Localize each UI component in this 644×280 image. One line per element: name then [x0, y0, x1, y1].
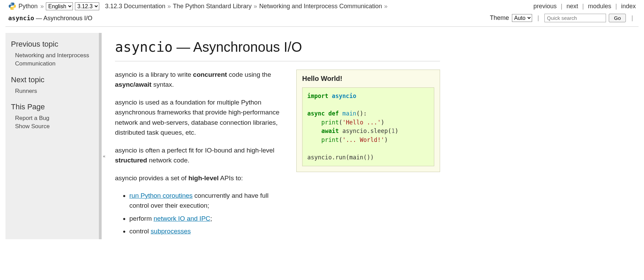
nav-index[interactable]: index: [621, 3, 636, 10]
paragraph: asyncio is often a perfect fit for IO-bo…: [115, 145, 287, 166]
this-page-heading: This Page: [11, 102, 96, 111]
nav-next[interactable]: next: [567, 3, 578, 10]
search-input[interactable]: [544, 14, 606, 22]
report-bug-link[interactable]: Report a Bug: [15, 114, 96, 122]
topic-title: Hello World!: [302, 75, 434, 83]
language-select[interactable]: English: [46, 2, 73, 10]
show-source-link[interactable]: Show Source: [15, 122, 96, 131]
theme-select[interactable]: Auto: [512, 14, 532, 22]
page-title: asyncio — Asynchronous I/O: [115, 39, 440, 55]
api-list: run Python coroutines concurrently and h…: [115, 191, 287, 236]
separator: »: [167, 3, 171, 10]
hello-world-box: Hello World! import asyncio async def ma…: [296, 70, 440, 172]
next-topic-link[interactable]: Runners: [15, 87, 96, 95]
separator: »: [254, 3, 257, 10]
breadcrumb-rest: — Asynchronous I/O: [34, 15, 92, 22]
sidebar-resize-handle[interactable]: [99, 33, 102, 239]
version-select[interactable]: 3.12.3: [75, 2, 99, 10]
network-io-link[interactable]: network IO and IPC: [154, 215, 210, 222]
subprocesses-link[interactable]: subprocesses: [151, 228, 191, 235]
top-nav: Python » English 3.12.3 3.12.3 Documenta…: [0, 0, 644, 12]
nav-previous[interactable]: previous: [533, 3, 557, 10]
secondary-nav: asyncio — Asynchronous I/O Theme Auto | …: [0, 12, 644, 26]
nav-modules[interactable]: modules: [588, 3, 611, 10]
search-go-button[interactable]: Go: [609, 14, 626, 22]
list-item: run Python coroutines concurrently and h…: [129, 191, 287, 211]
title-divider: [115, 61, 440, 61]
prev-topic-heading: Previous topic: [11, 40, 96, 49]
sidebar-collapse-button[interactable]: «: [103, 154, 105, 159]
python-label: Python: [18, 3, 38, 10]
divider: [5, 26, 639, 27]
main-content: asyncio — Asynchronous I/O asyncio is a …: [101, 33, 454, 239]
theme-label: Theme: [490, 14, 509, 22]
ipc-link[interactable]: Networking and Interprocess Communicatio…: [259, 3, 382, 10]
separator: »: [40, 3, 44, 10]
body-text: asyncio is a library to write concurrent…: [115, 70, 287, 239]
separator: »: [384, 3, 388, 10]
code-block: import asyncio async def main(): print('…: [302, 87, 434, 166]
python-logo-icon: [8, 2, 16, 10]
list-item: control subprocesses: [129, 226, 287, 236]
list-item: perform network IO and IPC;: [129, 214, 287, 223]
paragraph: asyncio is used as a foundation for mult…: [115, 97, 287, 138]
sidebar: Previous topic Networking and Interproce…: [5, 33, 101, 239]
breadcrumb-module: asyncio: [8, 14, 34, 22]
paragraph: asyncio provides a set of high-level API…: [115, 173, 287, 183]
prev-topic-link[interactable]: Networking and Interprocess Communicatio…: [15, 51, 96, 68]
paragraph: asyncio is a library to write concurrent…: [115, 70, 287, 90]
coroutines-link[interactable]: run Python coroutines: [129, 192, 193, 199]
next-topic-heading: Next topic: [11, 75, 96, 84]
doc-home-link[interactable]: 3.12.3 Documentation: [105, 3, 165, 10]
stdlib-link[interactable]: The Python Standard Library: [173, 3, 252, 10]
python-logo-link[interactable]: Python: [8, 2, 38, 10]
